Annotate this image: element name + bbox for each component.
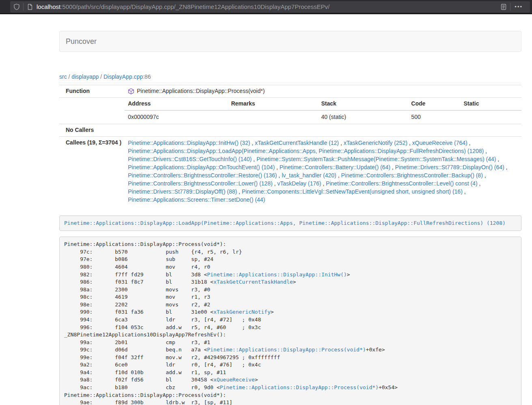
- breadcrumb-link-file[interactable]: DisplayApp.cpp: [103, 73, 143, 80]
- toolbar-divider: [23, 3, 24, 11]
- asm-symbol-link[interactable]: xTaskGetCurrentTaskHandle: [213, 279, 293, 285]
- callee-link[interactable]: vTaskDelay (176): [277, 180, 321, 187]
- stats-header-row: Address Remarks Stack Code Static: [125, 98, 521, 110]
- highlighted-symbol-block: Pinetime::Applications::DisplayApp::Load…: [59, 215, 521, 231]
- highlighted-symbol-link[interactable]: Pinetime::Applications::DisplayApp::Load…: [64, 220, 506, 226]
- breadcrumb: src / displayapp / DisplayApp.cpp:86: [59, 73, 521, 81]
- cell-code: 500: [408, 110, 460, 124]
- callees-row: Callees (19, Σ=3704 ) Pinetime::Applicat…: [59, 136, 521, 206]
- browser-toolbar: localhost:5000/path/src/displayapp/Displ…: [0, 0, 532, 14]
- breadcrumb-separator: /: [69, 73, 70, 80]
- menu-dots-icon[interactable]: •••: [514, 4, 527, 10]
- callee-link[interactable]: Pinetime::Drivers::Cst816S::GetTouchInfo…: [128, 156, 252, 162]
- url-host: localhost: [37, 3, 60, 10]
- col-remarks: Remarks: [228, 98, 318, 110]
- url-path: :5000/path/src/displayapp/DisplayApp.cpp…: [60, 3, 330, 10]
- callee-link[interactable]: Pinetime::Drivers::St7789::DisplayOff() …: [128, 188, 237, 195]
- function-label: Function: [59, 85, 125, 97]
- stats-row: Address Remarks Stack Code Static 0x0000…: [59, 97, 521, 124]
- breadcrumb-separator: /: [100, 73, 102, 80]
- function-row: Function Pinetime::Applications::Display…: [59, 85, 521, 97]
- cell-remarks: [228, 110, 318, 124]
- reader-mode-icon[interactable]: [500, 4, 507, 10]
- function-table: Function Pinetime::Applications::Display…: [59, 85, 521, 207]
- callee-link[interactable]: Pinetime::Applications::DisplayApp::Init…: [128, 140, 250, 146]
- no-callers-row: No Callers: [59, 124, 521, 136]
- callee-link[interactable]: Pinetime::Components::LittleVgl::SetNewT…: [242, 188, 463, 195]
- callee-link[interactable]: Pinetime::Applications::DisplayApp::OnTo…: [128, 164, 275, 170]
- callee-link[interactable]: lv_task_handler (420): [282, 172, 336, 179]
- callee-link[interactable]: Pinetime::Controllers::BrightnessControl…: [341, 172, 482, 179]
- callee-link[interactable]: Pinetime::System::SystemTask::PushMessag…: [256, 156, 496, 162]
- stats-table: Address Remarks Stack Code Static 0x0000…: [125, 98, 521, 124]
- callees-list: Pinetime::Applications::DisplayApp::Init…: [125, 136, 521, 206]
- page-container: Puncover src / displayapp / DisplayApp.c…: [59, 14, 521, 405]
- toolbar-divider: [510, 3, 510, 11]
- callee-link[interactable]: Pinetime::Applications::Screens::Timer::…: [128, 196, 265, 203]
- function-name: Pinetime::Applications::DisplayApp::Proc…: [137, 87, 265, 95]
- breadcrumb-link-displayapp[interactable]: displayapp: [71, 73, 99, 80]
- callee-link[interactable]: Pinetime::Controllers::BrightnessControl…: [326, 180, 477, 187]
- symbol-cube-icon: [128, 88, 134, 95]
- page-info-icon[interactable]: [27, 4, 33, 10]
- breadcrumb-link-src[interactable]: src: [59, 73, 67, 80]
- asm-symbol-link[interactable]: Pinetime::Applications::DisplayApp::Init…: [207, 271, 347, 278]
- asm-symbol-link[interactable]: Pinetime::Applications::DisplayApp::Proc…: [220, 384, 379, 390]
- url-text[interactable]: localhost:5000/path/src/displayapp/Displ…: [37, 2, 500, 11]
- asm-symbol-link[interactable]: Pinetime::Applications::DisplayApp::Proc…: [207, 347, 366, 353]
- asm-symbol-link[interactable]: xQueueReceive: [213, 377, 255, 383]
- callee-link[interactable]: Pinetime::Controllers::Battery::Update()…: [280, 164, 390, 170]
- col-address: Address: [125, 98, 228, 110]
- col-static: Static: [460, 98, 521, 110]
- no-callers-label: No Callers: [59, 124, 125, 136]
- shield-icon[interactable]: [13, 4, 20, 10]
- callee-link[interactable]: Pinetime::Drivers::St7789::DisplayOn() (…: [395, 164, 504, 170]
- url-bar[interactable]: localhost:5000/path/src/displayapp/Displ…: [10, 1, 530, 13]
- cell-static: [460, 110, 521, 124]
- breadcrumb-line-number: :86: [143, 73, 151, 80]
- brand-link[interactable]: Puncover: [60, 31, 103, 52]
- asm-symbol-link[interactable]: xTaskGenericNotify: [213, 309, 271, 315]
- callee-link[interactable]: Pinetime::Controllers::BrightnessControl…: [128, 172, 277, 179]
- callee-link[interactable]: Pinetime::Controllers::BrightnessControl…: [128, 180, 272, 187]
- callee-link[interactable]: xQueueReceive (764): [412, 140, 467, 146]
- callee-link[interactable]: Pinetime::Applications::DisplayApp::Load…: [128, 148, 484, 154]
- callees-label: Callees (19, Σ=3704 ): [59, 136, 125, 206]
- stats-data-row: 0x0000097c 40 (static) 500: [125, 110, 521, 124]
- assembly-listing: Pinetime::Applications::DisplayApp::Proc…: [59, 237, 521, 405]
- col-code: Code: [408, 98, 460, 110]
- cell-stack: 40 (static): [318, 110, 408, 124]
- callee-link[interactable]: xTaskGetCurrentTaskHandle (12): [255, 140, 339, 146]
- callee-link[interactable]: xTaskGenericNotify (252): [344, 140, 407, 146]
- cell-address: 0x0000097c: [125, 110, 228, 124]
- divider-rule: [59, 83, 521, 83]
- navbar: Puncover: [59, 31, 521, 52]
- col-stack: Stack: [318, 98, 408, 110]
